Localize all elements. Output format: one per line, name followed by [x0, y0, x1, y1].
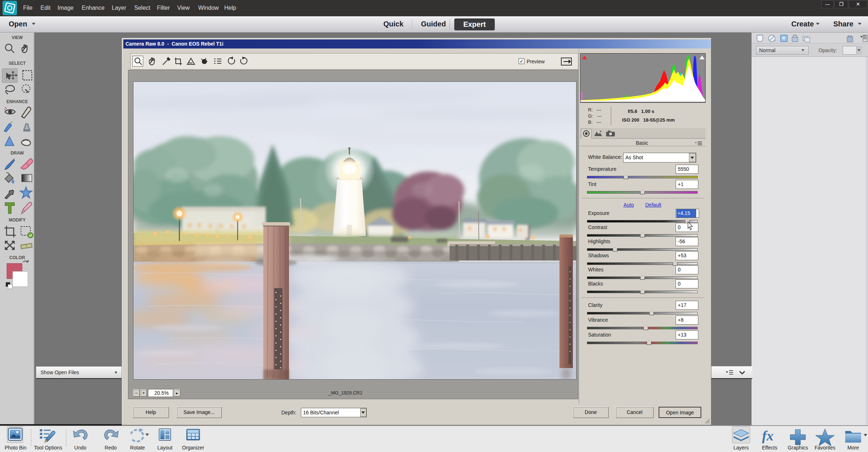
svg-text:Organizer: Organizer	[182, 445, 204, 451]
svg-text:Layers: Layers	[733, 445, 749, 451]
svg-text:Rotate: Rotate	[130, 445, 145, 451]
svg-text:Undo: Undo	[74, 445, 86, 451]
svg-text:Redo: Redo	[105, 445, 117, 451]
svg-text:Favorites: Favorites	[814, 445, 835, 451]
svg-text:More: More	[847, 445, 859, 451]
svg-text:fx: fx	[762, 428, 774, 443]
svg-text:Tool Options: Tool Options	[34, 445, 62, 451]
svg-text:Photo Bin: Photo Bin	[5, 445, 27, 451]
svg-text:Layout: Layout	[157, 445, 173, 451]
svg-text:Graphics: Graphics	[788, 445, 808, 451]
svg-text:Effects: Effects	[762, 445, 778, 451]
